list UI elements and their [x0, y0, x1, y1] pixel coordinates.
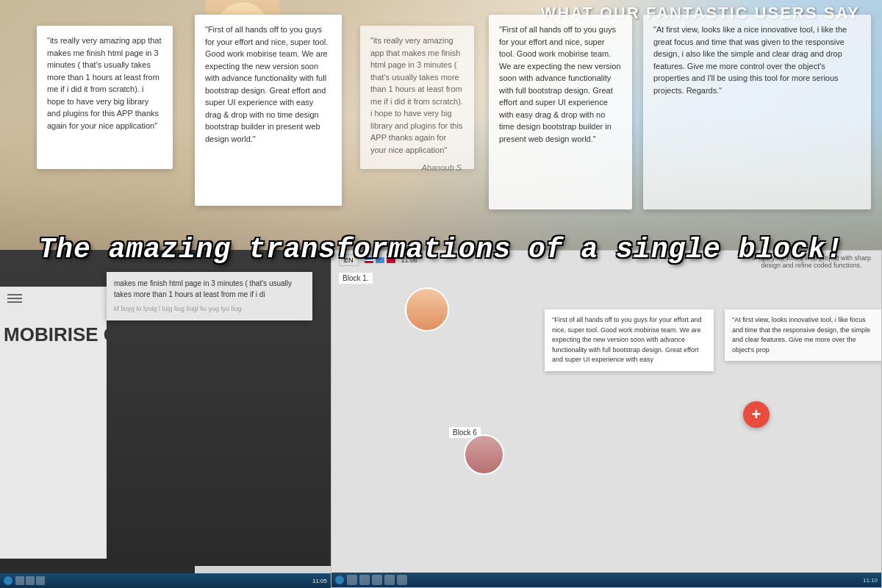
inner-testimonial-text-3: "First of all hands off to you guys for …	[552, 316, 701, 363]
overlay-heading: The amazing transformations of a single …	[0, 228, 882, 271]
bottom-section: MOBIRISE GIVES YO makes me finish html p…	[0, 250, 882, 588]
taskbar-icons-small	[15, 576, 45, 585]
avatar-2	[464, 434, 504, 475]
card-author-3: Abanoub S.	[370, 162, 464, 174]
status-time-left: 11:05	[312, 578, 327, 584]
testimonial-card-1: "its really very amazing app that makes …	[37, 26, 173, 169]
top-testimonials-section: WHAT OUR FANTASTIC USERS SAY "its really…	[0, 0, 882, 250]
block-editor: EN 11:06 shape your future web project w…	[331, 250, 882, 588]
testimonial-text-2: "First of all hands off to you guys for …	[205, 25, 328, 143]
plus-button-editor[interactable]: +	[743, 401, 770, 428]
inner-testimonial-text-4: "At first view, looks innovative tool, i…	[732, 316, 870, 354]
inner-testimonial-4: "At first view, looks innovative tool, i…	[725, 309, 882, 361]
float-card-text2: kf liuyg lo lyuig l luig liug liugl liu …	[114, 304, 305, 315]
editor-status-bar: 11:10	[331, 573, 881, 587]
testimonial-text-5: "At first view, looks like a nice innova…	[653, 25, 847, 95]
inner-testimonial-3: "First of all hands off to you guys for …	[545, 309, 714, 371]
float-card-text1: makes me finish html page in 3 minutes (…	[114, 278, 305, 300]
testimonial-card-4: "First of all hands off to you guys for …	[489, 15, 632, 209]
taskbar-time: 11:10	[863, 577, 878, 584]
testimonial-text-3: "its really very amazing app that makes …	[370, 36, 463, 154]
taskbar-right: 11:10	[863, 577, 878, 584]
hamburger-icon[interactable]	[7, 294, 22, 303]
avatar-1	[405, 287, 449, 331]
testimonial-text-1: "its really very amazing app that makes …	[47, 36, 162, 130]
taskbar-system-icons	[347, 575, 407, 585]
start-circle	[335, 576, 344, 584]
testimonial-card-5: "At first view, looks like a nice innova…	[643, 15, 871, 209]
overlay-heading-container: The amazing transformations of a single …	[0, 228, 882, 271]
testimonial-card-3: "its really very amazing app that makes …	[360, 26, 474, 169]
start-btn-small	[4, 576, 12, 585]
left-status-bar: 11:05	[0, 573, 331, 588]
block-1-label: Block 1.	[339, 273, 373, 284]
testimonial-text-4: "First of all hands off to you guys for …	[499, 25, 621, 143]
left-panel: MOBIRISE GIVES YO	[0, 287, 107, 559]
mobirise-text: MOBIRISE GIVES YO	[4, 323, 107, 346]
float-card-main: makes me finish html page in 3 minutes (…	[107, 272, 312, 320]
testimonial-card-2: "First of all hands off to you guys for …	[195, 15, 342, 206]
